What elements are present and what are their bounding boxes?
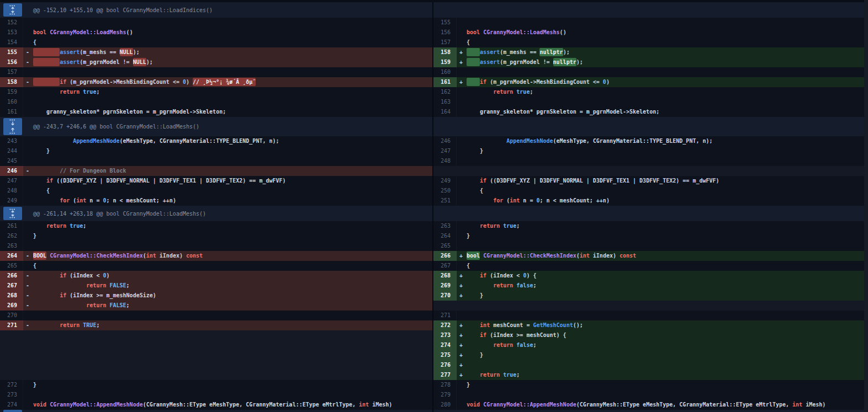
code-line [33, 97, 432, 107]
code-line [33, 18, 432, 28]
code-line: } [467, 146, 868, 156]
code-line: return true; [33, 221, 432, 231]
line-number[interactable]: 163 [433, 97, 457, 107]
diff-row-new: 163 [433, 97, 868, 107]
line-number[interactable]: 261 [0, 221, 23, 231]
diff-row-old: 264-BOOL CGrannyModel::CheckMeshIndex(in… [0, 251, 432, 261]
diff-row-new: 159+ assert(m_pgrnModel != nullptr); [433, 57, 868, 67]
code-line: } [467, 380, 868, 390]
line-number[interactable]: 155 [433, 18, 457, 28]
line-number[interactable]: 267 [433, 261, 457, 271]
line-number[interactable]: 265 [433, 241, 457, 251]
line-number[interactable]: 274 [0, 400, 23, 410]
addition-marker: + [457, 281, 467, 291]
line-number[interactable]: 157 [433, 38, 457, 47]
scrollbar-track[interactable] [864, 0, 868, 412]
line-number[interactable]: 245 [0, 156, 23, 166]
line-number[interactable]: 249 [433, 176, 457, 186]
code-line: assert(m_meshs == NULL); [33, 47, 432, 57]
line-number[interactable]: 156 [433, 28, 457, 38]
line-number[interactable]: 268 [0, 291, 23, 301]
line-number[interactable]: 270 [433, 291, 457, 301]
line-number[interactable]: 249 [0, 196, 23, 206]
line-number[interactable]: 268 [433, 271, 457, 281]
line-number[interactable]: 265 [0, 261, 23, 271]
line-number[interactable]: 280 [433, 400, 457, 410]
line-number[interactable]: 246 [433, 136, 457, 146]
line-number[interactable]: 269 [0, 301, 23, 311]
line-number[interactable]: 160 [433, 67, 457, 77]
line-number[interactable]: 153 [0, 28, 23, 38]
line-number[interactable]: 269 [433, 281, 457, 291]
line-number[interactable]: 155 [0, 47, 23, 57]
line-number[interactable]: 270 [0, 311, 23, 320]
line-number[interactable]: 158 [0, 77, 23, 87]
line-number [0, 340, 23, 350]
line-number[interactable]: 271 [433, 311, 457, 320]
line-number[interactable]: 267 [0, 281, 23, 291]
line-number[interactable]: 250 [433, 186, 457, 196]
code-line [33, 156, 432, 166]
code-line [33, 241, 432, 251]
marker [23, 340, 33, 350]
marker [457, 186, 467, 196]
expand-hunk-button[interactable] [3, 207, 22, 220]
line-number[interactable]: 152 [0, 18, 23, 28]
line-number[interactable]: 263 [0, 241, 23, 251]
line-number[interactable]: 161 [433, 77, 457, 87]
deletion-marker: - [23, 57, 33, 67]
line-number[interactable]: 271 [0, 320, 23, 330]
diff-row-old: 248 { [0, 186, 432, 196]
line-number[interactable]: 161 [0, 107, 23, 117]
line-number[interactable]: 273 [433, 330, 457, 340]
expand-hunk-button[interactable] [3, 3, 22, 17]
line-number[interactable]: 247 [0, 176, 23, 186]
line-number[interactable]: 157 [0, 67, 23, 77]
code-line [467, 301, 868, 311]
diff-row-old: 249 for (int n = 0; n < meshCount; ++n) [0, 196, 432, 206]
line-number[interactable]: 264 [0, 251, 23, 261]
split-diff-view: @@ -152,10 +155,10 @@ bool CGrannyModel:… [0, 2, 868, 412]
deletion-marker: - [23, 301, 33, 311]
line-number[interactable]: 273 [0, 390, 23, 400]
line-number[interactable]: 266 [0, 271, 23, 281]
line-number[interactable]: 277 [433, 370, 457, 380]
diff-row-new: 164 granny_skeleton* pgrnSkeleton = m_pg… [433, 107, 868, 117]
line-number[interactable]: 162 [433, 87, 457, 97]
line-number[interactable]: 248 [0, 186, 23, 196]
line-number[interactable]: 243 [0, 136, 23, 146]
line-number[interactable]: 159 [433, 57, 457, 67]
line-number[interactable]: 244 [0, 146, 23, 156]
line-number[interactable]: 272 [0, 380, 23, 390]
line-number[interactable]: 274 [433, 340, 457, 350]
line-number[interactable]: 246 [0, 166, 23, 176]
line-number[interactable]: 164 [433, 107, 457, 117]
line-number[interactable]: 154 [0, 38, 23, 47]
line-number[interactable]: 262 [0, 231, 23, 241]
diff-row-new [433, 166, 868, 176]
line-number[interactable]: 158 [433, 47, 457, 57]
line-number[interactable]: 279 [433, 390, 457, 400]
code-line: AppendMeshNode(eMeshType, CGrannyMateria… [467, 136, 868, 146]
line-number[interactable]: 266 [433, 251, 457, 261]
code-line [467, 18, 868, 28]
expand-hunk-button[interactable] [3, 410, 22, 412]
code-line: return FALSE; [33, 281, 432, 291]
line-number[interactable]: 275 [433, 350, 457, 360]
expand-hunk-button[interactable] [3, 118, 22, 135]
line-number[interactable]: 264 [433, 231, 457, 241]
line-number[interactable]: 276 [433, 360, 457, 370]
line-number[interactable]: 272 [433, 320, 457, 330]
diff-row-new: 271 [433, 311, 868, 320]
line-number[interactable]: 156 [0, 57, 23, 67]
line-number[interactable]: 251 [433, 196, 457, 206]
code-line: } [33, 231, 432, 241]
line-number[interactable]: 263 [433, 221, 457, 231]
code-line: if ((D3DFVF_XYZ | D3DFVF_NORMAL | D3DFVF… [33, 176, 432, 186]
line-number[interactable]: 160 [0, 97, 23, 107]
line-number[interactable]: 278 [433, 380, 457, 390]
addition-marker: + [457, 291, 467, 301]
line-number[interactable]: 247 [433, 146, 457, 156]
line-number[interactable]: 248 [433, 156, 457, 166]
line-number[interactable]: 159 [0, 87, 23, 97]
